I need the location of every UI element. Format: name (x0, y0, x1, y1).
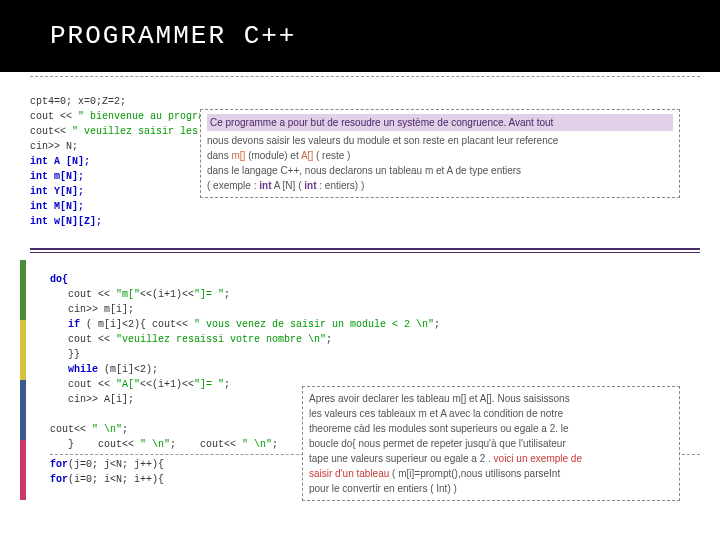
code-line: cout<< (30, 126, 72, 137)
section-divider (30, 248, 700, 250)
code-line: int w[N][Z]; (30, 216, 102, 227)
stripe-blue (20, 380, 26, 440)
code-line: cin>> m[i]; (50, 304, 134, 315)
annotation-line: nous devons saisir les valeurs du module… (207, 135, 558, 146)
code-line: cout<< (50, 424, 92, 435)
code-string: "m[" (116, 289, 140, 300)
code-string: " vous venez de saisir un module < 2 \n" (194, 319, 434, 330)
section-divider-thin (30, 252, 700, 253)
annotation-line: les valeurs ces tableaux m et A avec la … (309, 408, 563, 419)
code-line: ( m[i]<2){ cout<< (80, 319, 194, 330)
title-tab (0, 40, 30, 72)
annotation-line: theoreme càd les modules sont superieurs… (309, 423, 569, 434)
code-line: ; cout<< (170, 439, 242, 450)
code-line: int A [N]; (30, 156, 90, 167)
code-keyword: while (50, 364, 98, 375)
code-string: "A[" (116, 379, 140, 390)
code-string: " \n" (92, 424, 122, 435)
annotation-line: boucle do{ nous permet de repeter jusqu'… (309, 438, 566, 449)
code-line: <<(i+1)<< (140, 379, 194, 390)
code-line: cpt4=0; x=0;Z=2; (30, 96, 126, 107)
stripe-green (20, 260, 26, 320)
annotation-box-2: Apres avoir declarer les tableau m[] et … (302, 386, 680, 501)
code-line: int Y[N]; (30, 186, 84, 197)
code-line: int M[N]; (30, 201, 84, 212)
code-line: } cout<< (50, 439, 140, 450)
code-line: <<(i+1)<< (140, 289, 194, 300)
annotation-box-1: Ce programme a pour but de resoudre un s… (200, 109, 680, 198)
code-line: (j=0; j<N; j++){ (68, 459, 164, 470)
annotation-line: ( exemple : int A [N] ( int : entiers) ) (207, 180, 364, 191)
code-line: cout << (50, 379, 116, 390)
code-line: do{ (50, 274, 68, 285)
title-bar: PROGRAMMER C++ (0, 0, 720, 72)
page-title: PROGRAMMER C++ (50, 21, 296, 51)
code-keyword: for (50, 474, 68, 485)
annotation-line: pour le convertir en entiers ( Int) ) (309, 483, 457, 494)
code-line: int m[N]; (30, 171, 84, 182)
code-line: ; (434, 319, 440, 330)
annotation-line: tape une valeurs superieur ou egale a 2 … (309, 453, 582, 464)
code-line: ; (122, 424, 128, 435)
annotation-title: Ce programme a pour but de resoudre un s… (207, 114, 673, 131)
left-color-stripes (20, 260, 26, 500)
code-line: cout << (30, 111, 78, 122)
code-line: (i=0; i<N; i++){ (68, 474, 164, 485)
code-line: (m[i]<2); (98, 364, 158, 375)
code-line: ; (326, 334, 332, 345)
code-string: " \n" (242, 439, 272, 450)
code-line: ; (224, 289, 230, 300)
annotation-line: saisir d'un tableau ( m[i]=prompt(),nous… (309, 468, 560, 479)
stripe-pink (20, 440, 26, 500)
annotation-line: dans m[] (module) et A[] ( reste ) (207, 150, 350, 161)
code-keyword: if (50, 319, 80, 330)
stripe-yellow (20, 320, 26, 380)
annotation-line: dans le langage C++, nous declarons un t… (207, 165, 521, 176)
annotation-line: Apres avoir declarer les tableau m[] et … (309, 393, 570, 404)
code-string: "veuillez resaissi votre nombre \n" (116, 334, 326, 345)
code-line: cout << (50, 289, 116, 300)
code-line: cout << (50, 334, 116, 345)
code-string: "]= " (194, 289, 224, 300)
code-line: cin>> N; (30, 141, 78, 152)
code-line: cin>> A[i]; (50, 394, 134, 405)
code-string: " \n" (140, 439, 170, 450)
code-keyword: for (50, 459, 68, 470)
code-line: }} (50, 349, 80, 360)
code-line: ; (272, 439, 278, 450)
code-string: "]= " (194, 379, 224, 390)
code-line: ; (224, 379, 230, 390)
